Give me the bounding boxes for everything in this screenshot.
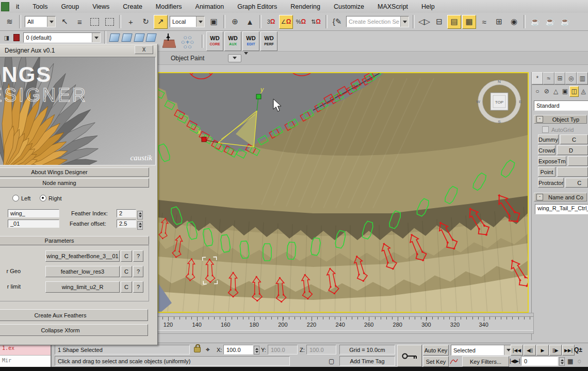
keyboard-override-icon[interactable]: ▲ bbox=[243, 15, 257, 29]
hierarchy-tab-icon[interactable]: ⊞ bbox=[554, 72, 566, 85]
z-field[interactable]: 100.0 bbox=[306, 345, 336, 355]
snaps-wave-icon[interactable]: ≋ bbox=[3, 15, 17, 29]
collapse-icon[interactable]: - bbox=[536, 116, 543, 123]
create-aux-feathers-button[interactable]: Create Aux Feathers bbox=[0, 309, 148, 321]
object-type-button-clipped[interactable]: D bbox=[557, 145, 588, 155]
key-mode-toggle-icon[interactable]: |◀▶| bbox=[510, 356, 520, 366]
set-key-button[interactable]: Set Key bbox=[423, 356, 449, 367]
select-move-icon[interactable]: + bbox=[124, 15, 138, 29]
geometry-category-icon[interactable]: ○ bbox=[533, 86, 542, 97]
select-scale-icon[interactable]: ↗ bbox=[154, 15, 168, 29]
paint-object-icon[interactable] bbox=[161, 33, 177, 49]
spacewarps-category-icon[interactable]: ◬ bbox=[579, 86, 588, 97]
param-help-button[interactable]: ? bbox=[133, 281, 143, 293]
select-rotate-icon[interactable]: ↻ bbox=[139, 15, 153, 29]
selection-lock-icon[interactable] bbox=[194, 345, 201, 355]
param-pick-button[interactable]: wing_R_featherBone_3__01 bbox=[45, 250, 120, 262]
ref-coord-dropdown[interactable]: Local bbox=[170, 16, 205, 27]
create-tab-icon[interactable]: * bbox=[532, 72, 543, 85]
auto-key-button[interactable]: Auto Key bbox=[423, 345, 449, 356]
motion-tab-icon[interactable]: ◎ bbox=[565, 72, 577, 85]
rect-region-icon[interactable] bbox=[88, 15, 102, 29]
current-frame-field[interactable]: 0 bbox=[521, 356, 558, 366]
layer-manager-icon[interactable]: ▤ bbox=[447, 15, 461, 29]
cameras-category-icon[interactable]: ▣ bbox=[560, 86, 569, 97]
dialog-close-button[interactable]: X bbox=[135, 45, 153, 54]
menu-item-help[interactable]: Help bbox=[415, 0, 442, 13]
layer-dropdown-arrow[interactable] bbox=[92, 33, 100, 42]
layer-list-icon[interactable]: ◨ bbox=[3, 31, 11, 45]
wd-perf-button[interactable]: WDPERF bbox=[260, 31, 277, 51]
menu-item-customize[interactable]: Customize bbox=[327, 0, 371, 13]
about-wings-designer-button[interactable]: About Wings Designer bbox=[0, 167, 149, 177]
object-type-rollout[interactable]: - Object Typ bbox=[534, 115, 587, 124]
wd-core-button[interactable]: WDCORE bbox=[206, 31, 223, 51]
schematic-view-icon[interactable]: ⊞ bbox=[492, 15, 506, 29]
x-field[interactable]: 100.0 bbox=[223, 345, 253, 355]
spinner-snap-icon[interactable]: ⇅Ω bbox=[309, 15, 323, 29]
param-pick-button[interactable]: wing_limit_u2_R bbox=[45, 281, 120, 293]
snap-3d-icon[interactable]: 3Ω bbox=[264, 15, 278, 29]
menu-item-rendering[interactable]: Rendering bbox=[284, 0, 327, 13]
select-by-name-icon[interactable]: ≡ bbox=[73, 15, 87, 29]
dialog-title-bar[interactable]: Designer Aux v0.1 bbox=[0, 45, 156, 56]
wd-edit-button[interactable]: WDEDIT bbox=[242, 31, 259, 51]
percent-snap-icon[interactable]: %Ω bbox=[294, 15, 308, 29]
lights-category-icon[interactable]: △ bbox=[551, 86, 561, 97]
feather-offset-field[interactable]: 2.5 bbox=[117, 220, 136, 228]
zoom-extents-time-icon[interactable]: Q± bbox=[574, 345, 582, 355]
freeze-icon[interactable] bbox=[121, 33, 132, 42]
prefix-field[interactable]: wing_ bbox=[8, 209, 59, 217]
exposetm-button[interactable]: ExposeTm bbox=[538, 156, 566, 166]
crowd-button[interactable]: Crowd bbox=[538, 145, 556, 155]
name-color-rollout[interactable]: - Name and Co bbox=[534, 193, 587, 201]
radio-right[interactable]: Right bbox=[40, 195, 62, 201]
menu-item-maxscript[interactable]: MAXScript bbox=[371, 0, 415, 13]
mirror-icon[interactable]: ◁▷ bbox=[417, 15, 431, 29]
object-paint-dropdown[interactable] bbox=[228, 54, 241, 62]
select-object-icon[interactable]: ↖ bbox=[58, 15, 72, 29]
wd-aux-button[interactable]: WDAUX bbox=[224, 31, 241, 51]
go-end-button[interactable]: ▶▶| bbox=[562, 345, 575, 356]
helpers-category-icon[interactable]: ◫ bbox=[569, 86, 579, 97]
menu-item-edit-partial[interactable]: it bbox=[9, 0, 26, 13]
selection-filter-dropdown[interactable]: All bbox=[25, 16, 56, 27]
collapse-xform-button[interactable]: Collapse Xform bbox=[0, 324, 148, 336]
wings-designer-dialog[interactable]: Designer Aux v0.1 X WINGSDESIGNERcaustik… bbox=[0, 44, 158, 345]
object-type-button-clipped[interactable]: C bbox=[560, 134, 588, 144]
radio-left[interactable]: Left bbox=[12, 195, 30, 201]
shapes-category-icon[interactable]: ⊘ bbox=[542, 86, 551, 97]
render-production-icon[interactable]: ☕ bbox=[558, 15, 572, 29]
selection-set-keying-dropdown[interactable]: Selected bbox=[451, 345, 513, 356]
time-slider-ruler[interactable]: 120140160180200220240260280300320340 bbox=[155, 313, 534, 334]
absolute-mode-icon[interactable]: ⌖ bbox=[206, 345, 210, 355]
key-filters-button[interactable]: Key Filters... bbox=[462, 356, 509, 367]
selection-brackets-icon[interactable]: ▢ bbox=[329, 356, 334, 366]
param-clear-button[interactable]: C bbox=[121, 250, 132, 262]
angle-snap-icon[interactable]: ∠Ω bbox=[279, 15, 293, 29]
menu-item-graph-editors[interactable]: Graph Editors bbox=[231, 0, 284, 13]
hide-icon[interactable] bbox=[134, 33, 144, 42]
toggle-ribbon-icon[interactable]: ▦ bbox=[462, 15, 476, 29]
maxscript-mini-listener[interactable]: 1.ex Mir bbox=[0, 343, 52, 367]
go-start-button[interactable]: |◀◀ bbox=[511, 345, 523, 356]
menu-item-modifiers[interactable]: Modifiers bbox=[149, 0, 189, 13]
helper-type-dropdown[interactable]: Standard bbox=[534, 100, 588, 111]
menu-item-group[interactable]: Group bbox=[54, 0, 86, 13]
listener-pane[interactable]: Mir bbox=[0, 355, 51, 367]
menu-item-create[interactable]: Create bbox=[116, 0, 149, 13]
viewport-top[interactable]: yxTOPNESW bbox=[157, 72, 529, 313]
menu-item-views[interactable]: Views bbox=[86, 0, 116, 13]
param-help-button[interactable]: ? bbox=[133, 250, 143, 262]
object-type-button-clipped[interactable] bbox=[568, 156, 588, 166]
layer-dropdown[interactable]: 0 (default) bbox=[23, 32, 101, 43]
point-button[interactable]: Point bbox=[538, 167, 556, 177]
paint-fill-icon[interactable]: ○○○+○○○ bbox=[180, 33, 195, 49]
rendered-frame-icon[interactable]: ☕ bbox=[543, 15, 557, 29]
y-field[interactable]: 100.0 bbox=[268, 345, 298, 355]
use-center-icon[interactable]: ▣ bbox=[207, 15, 221, 29]
menu-item-tools[interactable]: Tools bbox=[26, 0, 54, 13]
menu-item-animation[interactable]: Animation bbox=[189, 0, 231, 13]
param-clear-button[interactable]: C bbox=[121, 281, 132, 293]
time-configuration-icon[interactable]: ▦ bbox=[567, 356, 573, 366]
